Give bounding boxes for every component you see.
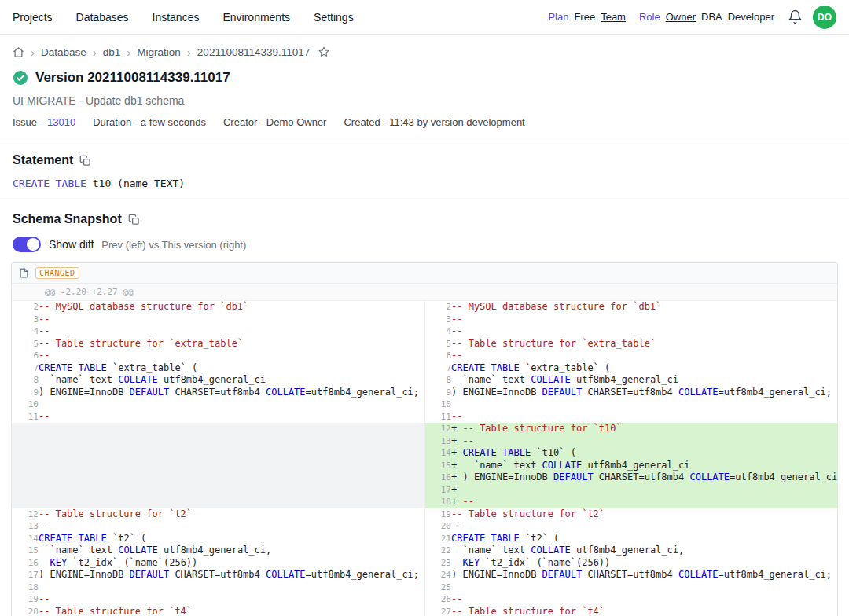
success-check-icon [13,70,28,86]
top-nav: ProjectsDatabasesInstancesEnvironmentsSe… [0,0,849,35]
line-number: 16 [12,557,39,570]
line-number [12,435,39,448]
code-line: -- [451,325,837,338]
diff-row: 8 `name` text COLLATE utf8mb4_general_ci… [12,374,837,387]
code-line: -- [39,314,424,326]
line-number: 7 [424,362,451,375]
code-line: -- [451,314,837,326]
diff-row: 1825 [12,581,837,594]
line-number: 3 [12,314,39,326]
code-line: KEY `t2_idx` (`name`(256)) [451,557,837,570]
show-diff-toggle[interactable] [13,236,41,252]
diff-table-body: 2-- MySQL database structure for `db1`2-… [12,301,837,616]
line-number: 11 [12,411,39,424]
diff-row: 1010 [12,398,837,411]
line-number: 5 [424,338,451,350]
copy-icon [79,155,91,167]
breadcrumb-item[interactable]: 20211008114339.11017 [197,46,310,58]
issue-link[interactable]: 13010 [47,116,75,128]
code-line: -- Table structure for `t2` [39,508,424,521]
line-number: 2 [12,301,39,314]
plan-value: Free [574,11,595,23]
code-line: -- [451,350,837,362]
sql-keyword: CREATE TABLE [13,178,86,189]
role-link[interactable]: Role [639,11,660,23]
line-number: 26 [424,593,451,606]
diff-row: 6--6-- [12,350,837,362]
role-developer-link[interactable]: Developer [728,11,774,23]
line-number: 9 [12,387,39,399]
line-number: 13 [12,520,39,533]
code-line: + CREATE TABLE `t10` ( [451,447,837,460]
code-line: -- [451,593,837,606]
line-number: 20 [12,606,39,616]
snapshot-section-header: Schema Snapshot [0,212,849,226]
code-line [39,496,424,508]
code-line: -- [39,520,424,533]
diff-row: 17) ENGINE=InnoDB DEFAULT CHARSET=utf8mb… [12,569,837,581]
diff-row: 7CREATE TABLE `extra_table` (7CREATE TAB… [12,362,837,375]
page-title: Version 20211008114339.11017 [35,70,230,86]
code-line: `name` text COLLATE utf8mb4_general_ci, [39,544,424,557]
version-meta: Issue - 13010 Duration - a few seconds C… [0,116,849,128]
code-line: ) ENGINE=InnoDB DEFAULT CHARSET=utf8mb4 … [39,569,424,581]
role-owner-link[interactable]: Owner [666,11,696,23]
code-line: KEY `t2_idx` (`name`(256)) [39,557,424,570]
role-dba-link[interactable]: DBA [701,11,722,23]
diff-row: 19--26-- [12,593,837,606]
nav-item-settings[interactable]: Settings [314,11,354,24]
line-number: 24 [424,569,451,581]
breadcrumb-items: ›Database›db1›Migration›20211008114339.1… [31,46,310,58]
line-number: 25 [424,581,451,594]
copy-snapshot-button[interactable] [128,214,140,226]
toggle-knob [27,238,39,251]
nav-item-instances[interactable]: Instances [153,11,200,24]
code-line [39,423,424,435]
code-line [39,447,424,460]
divider [0,141,849,141]
line-number: 23 [424,557,451,570]
breadcrumb-item[interactable]: Migration [137,46,181,58]
user-avatar[interactable]: DO [813,6,836,29]
code-line: + [451,484,837,497]
line-number: 12 [12,508,39,521]
breadcrumb-item[interactable]: Database [41,46,86,58]
show-diff-label: Show diff [49,238,94,251]
line-number: 20 [424,520,451,533]
line-number: 16 [424,471,451,484]
breadcrumb-home[interactable] [13,46,24,58]
breadcrumb-item[interactable]: db1 [103,46,121,58]
nav-item-projects[interactable]: Projects [13,11,53,24]
line-number: 12 [424,423,451,435]
line-number: 19 [12,593,39,606]
code-line [39,484,424,497]
nav-item-databases[interactable]: Databases [76,11,129,24]
diff-row: 13+ -- [12,435,837,448]
diff-row: 12-- Table structure for `t2`19-- Table … [12,508,837,521]
plan-link[interactable]: Plan [548,11,568,23]
diff-row: 15+ `name` text COLLATE utf8mb4_general_… [12,460,837,472]
file-icon [19,267,29,279]
favorite-button[interactable] [318,46,330,58]
line-number: 4 [12,325,39,338]
line-number: 17 [12,569,39,581]
diff-row: 20-- Table structure for `t4`27-- Table … [12,606,837,616]
team-link[interactable]: Team [601,11,626,23]
diff-row: 18+ -- [12,496,837,508]
copy-statement-button[interactable] [79,155,91,167]
code-line: `name` text COLLATE utf8mb4_general_ci [451,374,837,387]
issue-label: Issue - [13,116,43,128]
notifications-button[interactable] [788,9,803,24]
line-number: 7 [12,362,39,375]
line-number [12,496,39,508]
line-number: 22 [424,544,451,557]
line-number [12,423,39,435]
nav-item-environments[interactable]: Environments [222,11,290,24]
code-line: -- MySQL database structure for `db1` [39,301,424,314]
line-number [12,460,39,472]
line-number: 27 [424,606,451,616]
diff-hint: Prev (left) vs This version (right) [101,239,246,251]
code-line: + `name` text COLLATE utf8mb4_general_ci [451,460,837,472]
code-line: -- [39,325,424,338]
line-number: 2 [424,301,451,314]
